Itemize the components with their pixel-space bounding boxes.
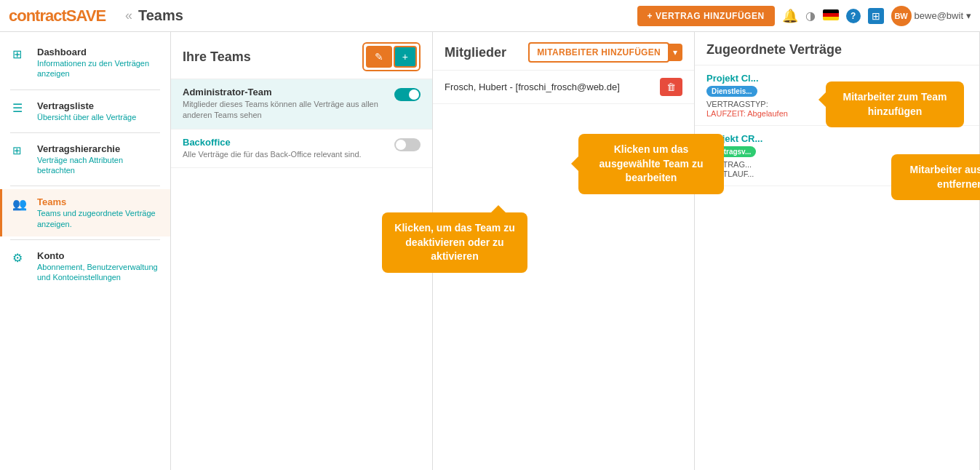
team-name-admin: Administrator-Team xyxy=(183,87,389,97)
logo: contractSAVE xyxy=(9,7,125,25)
team-desc-backoffice: Alle Verträge die für das Back-Office re… xyxy=(183,149,362,160)
sidebar-label-dashboard: Dashboard xyxy=(37,47,160,57)
sidebar-label-vertragsliste: Vertragsliste xyxy=(37,100,136,111)
team-name-backoffice: Backoffice xyxy=(183,137,362,148)
callout-edit: Klicken um das ausgewählte Team zu bearb… xyxy=(578,134,724,194)
sidebar-item-teams[interactable]: 👥 Teams Teams und zugeordnete Verträge a… xyxy=(0,189,170,236)
sidebar: ⊞ Dashboard Informationen zu den Verträg… xyxy=(0,32,171,470)
logo-save: SAVE xyxy=(66,7,105,25)
sidebar-divider-4 xyxy=(10,239,160,240)
user-name: bewe@bwit xyxy=(915,10,963,21)
bell-icon[interactable]: 🔔 xyxy=(782,8,798,24)
callout-deactivate: Klicken, um das Team zu deaktivieren ode… xyxy=(382,212,527,273)
add-team-button[interactable]: + xyxy=(394,46,417,68)
members-panel-title: Mitglieder xyxy=(445,45,506,60)
sidebar-divider-1 xyxy=(10,89,160,90)
sidebar-item-konto[interactable]: ⚙ Konto Abonnement, Benutzerverwaltung u… xyxy=(0,243,170,290)
member-name: Frosch, Hubert - [froschi_frosch@web.de] xyxy=(445,81,620,92)
contracts-panel-header: Zugeordnete Verträge xyxy=(695,32,979,65)
sidebar-label-teams: Teams xyxy=(37,196,160,207)
team-item-backoffice[interactable]: Backoffice Alle Verträge die für das Bac… xyxy=(171,130,432,168)
sidebar-divider-3 xyxy=(10,186,160,186)
konto-icon: ⚙ xyxy=(12,251,30,265)
sidebar-sub-dashboard: Informationen zu den Verträgen anzeigen xyxy=(37,58,160,79)
team-toggle-backoffice[interactable] xyxy=(394,138,421,151)
add-contract-button[interactable]: + VERTRAG HINZUFÜGEN xyxy=(637,6,775,26)
team-item-admin[interactable]: Administrator-Team Mitglieder dieses Tea… xyxy=(171,79,432,130)
members-panel-actions: MITARBEITER HINZUFÜGEN ▾ xyxy=(528,42,682,63)
teams-list: Administrator-Team Mitglieder dieses Tea… xyxy=(171,79,432,470)
edit-team-button[interactable]: ✎ xyxy=(366,46,392,68)
teams-panel-actions: ✎ + xyxy=(362,42,421,71)
header-actions: + VERTRAG HINZUFÜGEN 🔔 ◑ ? ⊞ BW bewe@bwi… xyxy=(637,6,971,26)
header: contractSAVE « Teams + VERTRAG HINZUFÜGE… xyxy=(0,0,980,32)
vertragsliste-icon: ☰ xyxy=(12,101,30,115)
user-caret-icon: ▾ xyxy=(966,10,971,21)
avatar: BW xyxy=(891,6,912,26)
sidebar-item-vertragshierarchie[interactable]: ⊞ Vertragshierarchie Verträge nach Attri… xyxy=(0,136,170,183)
dashboard-icon: ⊞ xyxy=(12,47,30,61)
member-item-frosch: Frosch, Hubert - [froschi_frosch@web.de]… xyxy=(433,71,694,104)
contract-name-2: Projekt CR... xyxy=(706,133,968,144)
main-layout: ⊞ Dashboard Informationen zu den Verträg… xyxy=(0,32,980,470)
flag-icon[interactable] xyxy=(823,9,839,23)
contract-badge-1: Dienstleis... xyxy=(706,86,757,97)
sidebar-label-konto: Konto xyxy=(37,250,160,261)
vertragshierarchie-icon: ⊞ xyxy=(12,144,30,157)
sidebar-label-vertragshierarchie: Vertragshierarchie xyxy=(37,143,160,154)
teams-panel-header: Ihre Teams ✎ + xyxy=(171,32,432,79)
contracts-panel-title: Zugeordnete Verträge xyxy=(706,42,842,57)
help-icon[interactable]: ? xyxy=(846,9,861,23)
sidebar-item-vertragsliste[interactable]: ☰ Vertragsliste Übersicht über alle Vert… xyxy=(0,93,170,130)
sidebar-sub-vertragsliste: Übersicht über alle Verträge xyxy=(37,112,136,122)
sidebar-item-dashboard[interactable]: ⊞ Dashboard Informationen zu den Verträg… xyxy=(0,39,170,87)
logo-contract: contract xyxy=(9,7,66,25)
teams-panel-title: Ihre Teams xyxy=(183,49,251,65)
sidebar-collapse-icon[interactable]: « xyxy=(125,8,132,23)
sidebar-sub-konto: Abonnement, Benutzerverwaltung und Konto… xyxy=(37,262,160,283)
sidebar-sub-vertragshierarchie: Verträge nach Attributen betrachten xyxy=(37,155,160,176)
main-content: Ihre Teams ✎ + Administrator-Team Mitgli… xyxy=(171,32,980,470)
page-title: Teams xyxy=(138,7,637,24)
members-panel-header: Mitglieder MITARBEITER HINZUFÜGEN ▾ xyxy=(433,32,694,71)
sidebar-divider-2 xyxy=(10,132,160,133)
theme-toggle-icon[interactable]: ◑ xyxy=(805,9,816,23)
teams-icon: 👥 xyxy=(12,197,30,211)
sidebar-sub-teams: Teams und zugeordnete Verträge anzeigen. xyxy=(37,208,160,229)
callout-add-member: Mitarbeiter zum Team hinzufügen xyxy=(826,81,964,127)
user-menu[interactable]: BW bewe@bwit ▾ xyxy=(891,6,971,26)
callout-remove-member: Mitarbeiter aus Team entfernen xyxy=(891,154,980,200)
delete-member-button[interactable]: 🗑 xyxy=(660,78,682,96)
add-member-button[interactable]: MITARBEITER HINZUFÜGEN xyxy=(528,42,669,63)
grid-icon[interactable]: ⊞ xyxy=(868,8,884,24)
team-toggle-admin[interactable] xyxy=(394,88,421,101)
add-member-caret-button[interactable]: ▾ xyxy=(668,44,682,61)
team-desc-admin: Mitglieder dieses Teams können alle Vert… xyxy=(183,99,389,122)
